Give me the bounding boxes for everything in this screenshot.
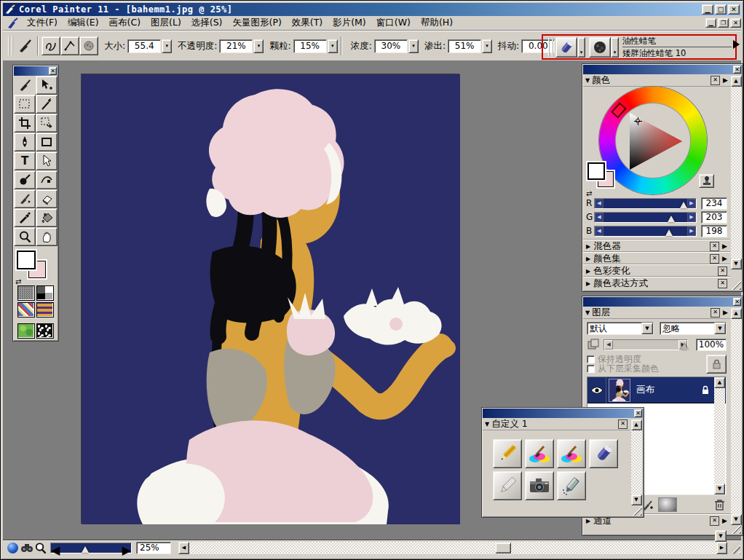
custom-brush-white-pencil[interactable] <box>493 471 522 500</box>
grain-field[interactable]: 15% <box>293 39 327 53</box>
toolbox-close-icon[interactable]: ✕ <box>49 67 57 75</box>
menu-item-canvas[interactable]: 画布(C) <box>104 15 146 31</box>
custom-palette-resize-grip[interactable] <box>633 506 642 516</box>
red-slider[interactable]: ◀▶ <box>594 198 697 209</box>
brush-selection-text[interactable]: 油性蜡笔 矮胖油性蜡笔 10 <box>622 36 732 58</box>
custom-brush-pencil[interactable] <box>493 439 522 468</box>
look-selector[interactable] <box>36 323 54 339</box>
pick-up-color-checkbox[interactable] <box>587 365 595 373</box>
preserve-transparency-checkbox[interactable] <box>587 355 595 363</box>
custom-brush-oil-crayon[interactable] <box>589 439 618 468</box>
opacity-thumb[interactable] <box>681 343 688 350</box>
window-resize-grip[interactable] <box>728 542 740 554</box>
layers-palette-resize-grip[interactable] <box>732 524 741 534</box>
paint-bucket-tool[interactable] <box>36 208 58 227</box>
sv-triangle[interactable] <box>621 109 685 174</box>
menu-item-help[interactable]: 帮助(H) <box>416 15 458 31</box>
opacity-field[interactable]: 21% <box>219 39 253 53</box>
propbar-overflow-arrow[interactable] <box>733 40 740 49</box>
gradient-selector[interactable] <box>36 285 54 301</box>
sv-cursor[interactable] <box>634 117 642 125</box>
clone-color-button[interactable] <box>79 36 98 55</box>
layer-row-canvas[interactable]: 画布 <box>587 377 726 403</box>
layers-panel-menu-arrow[interactable]: ▶ <box>723 309 728 316</box>
pattern-selector[interactable] <box>17 302 35 318</box>
color-sets-menu-arrow[interactable]: ▶ <box>722 255 727 262</box>
cloner-brush-tool[interactable] <box>14 189 36 208</box>
clone-color-stamp-button[interactable] <box>699 174 714 188</box>
close-button[interactable]: ✕ <box>728 4 740 15</box>
layer-opacity-slider[interactable]: ◀ ▶ <box>603 339 688 350</box>
menu-item-movie[interactable]: 影片(M) <box>328 15 371 31</box>
scroll-down-icon[interactable]: ▼ <box>731 514 742 525</box>
menu-item-effects[interactable]: 效果(T) <box>287 15 328 31</box>
scroll-up-icon[interactable]: ▲ <box>714 377 725 388</box>
size-spinner[interactable]: ▾ <box>162 39 172 53</box>
menu-item-select[interactable]: 选择(S) <box>186 15 228 31</box>
zoom-magnifier-icon[interactable] <box>33 541 47 555</box>
color-sets-close-icon[interactable]: ✕ <box>710 254 719 264</box>
freehand-strokes-button[interactable] <box>41 36 60 55</box>
layers-palette-scrollbar[interactable]: ▲ ▼ <box>730 308 742 525</box>
channels-menu-arrow[interactable]: ▶ <box>722 517 727 524</box>
layers-panel-close-icon[interactable]: ✕ <box>711 308 720 318</box>
brush-category-button[interactable] <box>555 37 577 58</box>
rectangular-selection-tool[interactable] <box>14 95 36 114</box>
layers-palette-title-bar[interactable]: ✕ <box>583 297 742 307</box>
canvas-document[interactable] <box>81 74 459 524</box>
colors-panel-close-icon[interactable]: ✕ <box>711 76 720 85</box>
brush-selector-grip[interactable] <box>548 38 553 57</box>
layer-list-scrollbar[interactable]: ▲ ▼ <box>714 377 726 494</box>
colors-palette-close-icon[interactable]: ✕ <box>733 66 741 74</box>
bleed-field[interactable]: 51% <box>448 39 481 53</box>
custom-brush-mixer-1[interactable] <box>525 439 554 468</box>
hscroll-left-icon[interactable]: ◀ <box>178 542 189 554</box>
rectangular-shape-tool[interactable] <box>36 133 58 151</box>
paper-selector[interactable] <box>17 285 35 301</box>
pick-up-color-checkbox-row[interactable]: 从下层采集颜色 <box>587 364 706 374</box>
g-value[interactable]: 203 <box>701 211 727 224</box>
vscroll-down-icon[interactable]: ▼ <box>715 530 727 542</box>
menu-item-shapes[interactable]: 矢量图形(P) <box>228 15 287 31</box>
dodge-tool[interactable] <box>14 170 36 189</box>
layer-opacity-value[interactable]: 100% <box>696 339 727 351</box>
bleed-spinner[interactable]: ▾ <box>482 39 492 53</box>
r-value[interactable]: 234 <box>701 197 727 210</box>
dropdown-arrow-icon[interactable]: ▼ <box>714 323 726 334</box>
b-value[interactable]: 198 <box>701 225 727 237</box>
scroll-up-icon[interactable]: ▲ <box>731 308 742 319</box>
crop-tool[interactable] <box>14 114 36 133</box>
colors-palette-title-bar[interactable]: ✕ <box>583 65 742 74</box>
brush-variant-label[interactable]: 矮胖油性蜡笔 10 <box>622 48 732 58</box>
hscroll-thumb[interactable] <box>495 543 511 553</box>
custom-palette-close-icon[interactable]: ✕ <box>634 409 642 417</box>
main-color-swatch[interactable] <box>17 251 36 269</box>
horizontal-scrollbar[interactable] <box>189 542 716 554</box>
colors-palette-resize-grip[interactable] <box>732 280 741 290</box>
colors-panel-header[interactable]: ▼ 颜色 ✕ ▶ <box>583 74 730 87</box>
layers-palette-close-icon[interactable]: ✕ <box>733 298 741 306</box>
navigator-sphere-icon[interactable] <box>6 541 20 555</box>
swap-colors-icon[interactable]: ⇄ <box>15 277 21 285</box>
toolbar-grip[interactable] <box>8 36 13 55</box>
doc-restore-button[interactable]: ❐ <box>718 18 729 28</box>
color-variability-close-icon[interactable]: ✕ <box>718 267 727 276</box>
toolbox-color-swatches[interactable]: ⇄ <box>17 251 55 283</box>
text-tool[interactable]: T <box>14 151 36 170</box>
maximize-button[interactable]: □ <box>715 4 727 15</box>
doc-minimize-button[interactable]: ▁ <box>705 18 716 28</box>
trash-icon[interactable] <box>713 498 726 511</box>
color-wheel-area[interactable]: ⇄ <box>583 87 730 196</box>
menu-item-edit[interactable]: 编辑(E) <box>63 15 104 31</box>
dropper-tool[interactable] <box>14 208 36 227</box>
nozzle-selector[interactable] <box>17 323 35 339</box>
mixer-menu-arrow[interactable]: ▶ <box>722 242 727 250</box>
brush-category-label[interactable]: 油性蜡笔 <box>622 36 732 47</box>
straight-strokes-button[interactable] <box>60 36 79 55</box>
composite-method-dropdown[interactable]: 默认▼ <box>587 322 654 335</box>
custom-palette-header[interactable]: ▼ 自定义 1 ✕ <box>483 418 630 430</box>
magic-wand-tool[interactable] <box>36 95 58 114</box>
color-expression-section-header[interactable]: ▶颜色表达方式 ✕ <box>583 277 730 289</box>
scroll-up-icon[interactable]: ▲ <box>631 419 642 430</box>
brush-tool-button[interactable] <box>15 36 34 55</box>
